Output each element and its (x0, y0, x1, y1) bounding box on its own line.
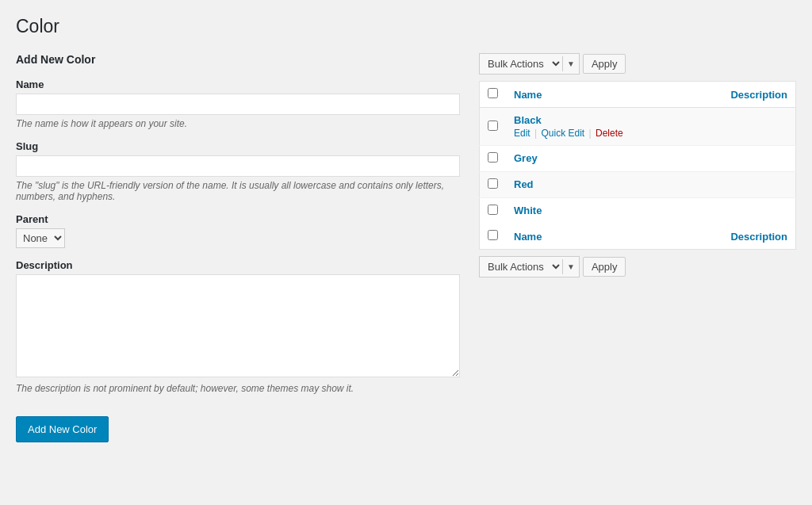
row-checkbox[interactable] (488, 121, 498, 131)
parent-label: Parent (16, 213, 460, 225)
name-column-header[interactable]: Name (506, 82, 689, 108)
bulk-bar-top: Bulk Actions ▼ Apply (479, 53, 796, 75)
color-name-link[interactable]: Black (514, 114, 542, 126)
parent-select[interactable]: None (16, 228, 65, 248)
row-name-cell: White (506, 198, 689, 224)
description-textarea[interactable] (16, 274, 460, 377)
color-name-link[interactable]: Grey (514, 152, 538, 164)
description-label: Description (16, 259, 460, 271)
row-checkbox[interactable] (488, 178, 498, 189)
name-label: Name (16, 78, 460, 90)
description-column-header: Description (689, 82, 796, 108)
row-description-cell (689, 146, 796, 172)
color-name-link[interactable]: Red (514, 178, 534, 190)
name-help-text: The name is how it appears on your site. (16, 118, 460, 129)
slug-input[interactable] (16, 155, 460, 177)
row-checkbox-cell (480, 146, 507, 172)
table-row: Grey (480, 146, 796, 172)
table-row: Red (480, 172, 796, 198)
bulk-actions-arrow-top[interactable]: ▼ (562, 56, 579, 71)
description-column-footer: Description (689, 224, 796, 250)
edit-link[interactable]: Edit (514, 128, 530, 139)
row-checkbox[interactable] (488, 205, 498, 215)
table-row: White (480, 198, 796, 224)
apply-button-top[interactable]: Apply (583, 54, 626, 74)
row-actions: Edit | Quick Edit | Delete (514, 128, 681, 139)
row-description-cell (689, 198, 796, 224)
name-column-footer: Name (506, 224, 689, 250)
table-row: BlackEdit | Quick Edit | Delete (480, 108, 796, 146)
row-checkbox[interactable] (488, 152, 498, 163)
select-all-footer-checkbox[interactable] (488, 230, 498, 240)
row-name-cell: BlackEdit | Quick Edit | Delete (506, 108, 689, 146)
action-separator: | (532, 128, 540, 139)
parent-field-group: Parent None (16, 213, 460, 248)
row-checkbox-cell (480, 172, 507, 198)
bulk-bar-bottom: Bulk Actions ▼ Apply (479, 256, 796, 277)
slug-field-group: Slug The "slug" is the URL-friendly vers… (16, 140, 460, 202)
delete-link[interactable]: Delete (596, 128, 623, 139)
name-field-group: Name The name is how it appears on your … (16, 78, 460, 129)
select-all-checkbox[interactable] (488, 88, 498, 98)
quick-edit-link[interactable]: Quick Edit (541, 128, 584, 139)
bulk-actions-dropdown-top[interactable]: Bulk Actions (480, 54, 562, 74)
table-footer-row: Name Description (480, 224, 796, 250)
bulk-actions-select-bottom[interactable]: Bulk Actions ▼ (479, 256, 580, 277)
select-all-footer-header (480, 224, 507, 250)
row-checkbox-cell (480, 108, 507, 146)
bulk-actions-dropdown-bottom[interactable]: Bulk Actions (480, 257, 562, 277)
row-name-cell: Grey (506, 146, 689, 172)
color-name-link[interactable]: White (514, 205, 542, 216)
row-name-cell: Red (506, 172, 689, 198)
apply-button-bottom[interactable]: Apply (583, 257, 626, 277)
table-header-row: Name Description (480, 82, 796, 108)
description-field-group: Description The description is not promi… (16, 259, 460, 394)
page-title: Color (16, 16, 796, 37)
row-checkbox-cell (480, 198, 507, 224)
name-input[interactable] (16, 94, 460, 115)
row-description-cell (689, 172, 796, 198)
add-new-color-button[interactable]: Add New Color (16, 416, 109, 442)
row-description-cell (689, 108, 796, 146)
slug-label: Slug (16, 140, 460, 152)
color-table: Name Description BlackEdit | Quick Edit … (479, 81, 796, 250)
select-all-header (480, 82, 507, 108)
description-help-text: The description is not prominent by defa… (16, 383, 460, 394)
action-separator: | (586, 128, 594, 139)
add-new-color-panel: Add New Color Name The name is how it ap… (16, 53, 460, 442)
bulk-actions-arrow-bottom[interactable]: ▼ (562, 259, 579, 274)
color-list-panel: Bulk Actions ▼ Apply Name (479, 53, 796, 284)
add-new-color-heading: Add New Color (16, 53, 460, 66)
slug-help-text: The "slug" is the URL-friendly version o… (16, 180, 460, 202)
bulk-actions-select-top[interactable]: Bulk Actions ▼ (479, 53, 580, 75)
